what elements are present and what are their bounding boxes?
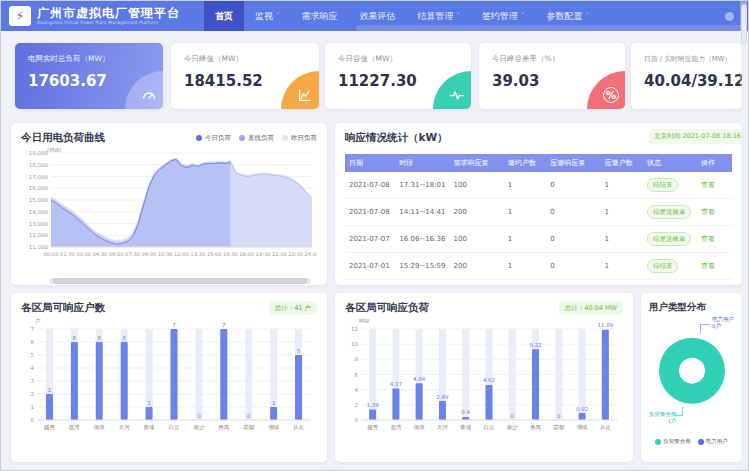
donut-chart xyxy=(659,338,725,404)
svg-text:海珠: 海珠 xyxy=(94,424,106,431)
legend-item-power-user[interactable]: 电力用户 xyxy=(698,438,728,445)
svg-text:01:30: 01:30 xyxy=(60,251,75,257)
svg-text:6: 6 xyxy=(73,335,77,341)
svg-text:户: 户 xyxy=(35,318,41,324)
svg-text:4: 4 xyxy=(355,387,359,393)
svg-text:3: 3 xyxy=(31,378,35,384)
datazoom-thumb[interactable] xyxy=(53,278,307,284)
chevron-down-icon: ˅ xyxy=(521,12,525,20)
svg-text:增城: 增城 xyxy=(577,424,589,430)
column-header-2: 需求响应量 xyxy=(449,154,503,172)
legend-item-1[interactable]: 基线负荷 xyxy=(239,134,274,143)
svg-text:番禺: 番禺 xyxy=(530,424,541,431)
svg-text:07:30: 07:30 xyxy=(125,251,140,257)
nav-secondary-strip xyxy=(356,25,744,31)
kpi-value: 40.04/39.12 xyxy=(644,72,742,90)
svg-text:15,000: 15,000 xyxy=(29,197,49,203)
user-type-legend: 负荷聚合商 电力用户 xyxy=(649,438,734,445)
svg-text:增城: 增城 xyxy=(268,424,280,430)
svg-text:15:00: 15:00 xyxy=(207,251,222,257)
donut-connector-top xyxy=(700,324,710,334)
svg-text:1: 1 xyxy=(147,400,151,406)
svg-text:18,000: 18,000 xyxy=(29,162,49,168)
donut-label-name: 电力用户 xyxy=(712,316,734,323)
svg-text:6: 6 xyxy=(122,335,126,341)
svg-text:黄埔: 黄埔 xyxy=(144,424,156,430)
datazoom-slider[interactable] xyxy=(49,278,311,284)
view-link[interactable]: 查看 xyxy=(701,208,715,216)
svg-text:4: 4 xyxy=(31,365,35,371)
legend-item-0[interactable]: 今日负荷 xyxy=(196,134,231,143)
view-link[interactable]: 查看 xyxy=(701,181,715,189)
svg-text:0: 0 xyxy=(355,417,359,423)
svg-text:04:30: 04:30 xyxy=(92,251,107,257)
nav-item-1[interactable]: 监视˅ xyxy=(244,1,291,31)
svg-text:24:00: 24:00 xyxy=(305,251,317,257)
svg-text:海珠: 海珠 xyxy=(414,424,426,431)
svg-text:花都: 花都 xyxy=(553,424,565,431)
table-row: 2021-07-0814:11~14:41200101待发送账单查看 xyxy=(345,199,732,226)
svg-text:MW: MW xyxy=(359,318,370,324)
nav-item-0[interactable]: 首页 xyxy=(204,1,244,31)
svg-text:荔湾: 荔湾 xyxy=(69,424,81,431)
column-header-1: 时段 xyxy=(395,154,449,172)
page-scrollbar[interactable] xyxy=(740,1,747,470)
svg-text:5: 5 xyxy=(297,348,301,354)
svg-text:7: 7 xyxy=(31,326,35,332)
app-title: 广州市虚拟电厂管理平台 xyxy=(37,7,180,20)
district-users-panel: 各区局可响应户数 总计：41 户 户012345672越秀6荔湾6海珠6天河1黄… xyxy=(11,293,327,462)
svg-text:0: 0 xyxy=(247,413,251,419)
svg-text:花都: 花都 xyxy=(243,424,255,431)
kpi-card-peak: 今日峰值（MW） 18415.52 xyxy=(171,43,319,109)
svg-text:4.17: 4.17 xyxy=(390,381,403,387)
nav-item-2[interactable]: 需求响应 xyxy=(291,1,349,31)
chevron-down-icon: ˅ xyxy=(457,12,461,20)
response-table: 日期时段需求响应量邀约户数应邀响应量应邀户数状态操作 2021-07-0817:… xyxy=(345,154,732,280)
teal-dot-icon xyxy=(655,439,661,445)
district-load-total-badge: 总计：40.04 MW xyxy=(559,301,623,315)
column-header-6: 状态 xyxy=(643,154,697,172)
kpi-label: 今日谷值（MW） xyxy=(338,54,471,64)
svg-text:19,000: 19,000 xyxy=(29,150,49,156)
svg-text:9.32: 9.32 xyxy=(529,342,541,348)
load-curve-chart: (MW)11,00012,00013,00014,00015,00016,000… xyxy=(21,145,317,271)
donut-label-aggregator: 负荷聚合商 1户 xyxy=(649,411,677,424)
kpi-card-valley: 今日谷值（MW） 11227.30 xyxy=(325,43,471,109)
svg-text:1: 1 xyxy=(31,404,35,410)
brand: ⚡ 广州市虚拟电厂管理平台 Guangzhou Virtual Power Pl… xyxy=(1,6,190,26)
view-link[interactable]: 查看 xyxy=(701,262,715,270)
svg-text:19:30: 19:30 xyxy=(256,251,271,257)
svg-text:2: 2 xyxy=(355,402,359,408)
column-header-4: 应邀响应量 xyxy=(546,154,600,172)
scrollbar-thumb[interactable] xyxy=(741,4,747,44)
svg-text:2: 2 xyxy=(48,387,52,393)
status-badge: 待发送账单 xyxy=(647,232,692,246)
column-header-5: 应邀户数 xyxy=(600,154,643,172)
logo-icon: ⚡ xyxy=(9,6,31,26)
svg-text:17,000: 17,000 xyxy=(29,174,49,180)
legend-item-aggregator[interactable]: 负荷聚合商 xyxy=(655,438,691,445)
svg-text:0: 0 xyxy=(557,413,561,419)
svg-text:天河: 天河 xyxy=(119,424,131,431)
legend-item-2[interactable]: 昨日负荷 xyxy=(282,134,317,143)
chevron-down-icon: ˅ xyxy=(276,12,280,20)
app-subtitle: Guangzhou Virtual Power Plant Management… xyxy=(37,20,180,26)
svg-text:白云: 白云 xyxy=(484,424,496,431)
svg-text:00:00: 00:00 xyxy=(44,251,59,257)
beijing-time-badge: 北京时间 2021-07-08 18:16 xyxy=(649,129,742,144)
svg-text:0.4: 0.4 xyxy=(461,409,470,415)
view-link[interactable]: 查看 xyxy=(701,235,715,243)
svg-text:16:30: 16:30 xyxy=(223,251,238,257)
svg-text:南沙: 南沙 xyxy=(507,424,519,431)
svg-text:7: 7 xyxy=(172,322,176,328)
donut-label-power-user: 电力用户 0户 xyxy=(712,316,734,329)
user-icon[interactable] xyxy=(725,12,734,21)
district-users-chart: 户012345672越秀6荔湾6海珠6天河1黄埔7白云0南沙7番禺0花都1增城5… xyxy=(21,315,317,447)
donut-label-name: 负荷聚合商 xyxy=(649,411,677,418)
legend-dot-icon xyxy=(282,135,288,141)
svg-text:12: 12 xyxy=(351,326,358,332)
svg-text:越秀: 越秀 xyxy=(44,424,56,431)
blue-dot-icon xyxy=(698,439,704,445)
kpi-label: 电网实时总负荷（MW） xyxy=(28,54,163,64)
response-table-title: 响应情况统计（kW） xyxy=(345,131,448,145)
